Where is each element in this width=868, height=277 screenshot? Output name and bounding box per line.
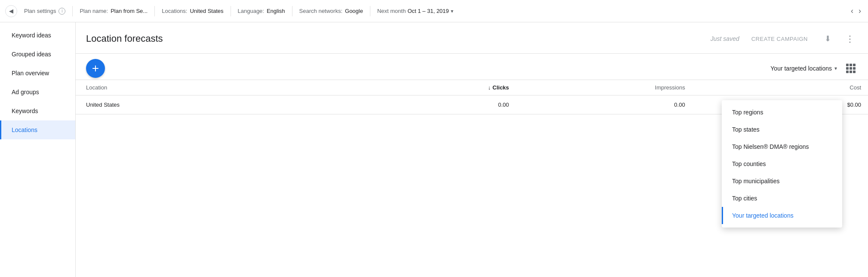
search-networks-value: Google — [345, 8, 363, 14]
sidebar-item-keywords[interactable]: Keywords — [0, 102, 75, 120]
sidebar: Keyword ideas Grouped ideas Plan overvie… — [0, 22, 76, 277]
divider-1 — [72, 6, 73, 16]
content-area: Location forecasts Just saved CREATE CAM… — [76, 22, 868, 277]
sidebar-item-keyword-ideas[interactable]: Keyword ideas — [0, 26, 75, 45]
cell-clicks: 0.00 — [340, 95, 516, 114]
back-button[interactable]: ◀ — [5, 5, 17, 17]
date-section: Next month Oct 1 – 31, 2019 ▾ — [377, 8, 453, 14]
dropdown-chevron-icon: ▾ — [834, 65, 837, 71]
columns-button[interactable] — [844, 62, 858, 75]
sidebar-item-ad-groups[interactable]: Ad groups — [0, 83, 75, 102]
prev-date-button[interactable]: ‹ — [849, 5, 855, 17]
divider-4 — [292, 6, 292, 16]
main-layout: Keyword ideas Grouped ideas Plan overvie… — [0, 22, 868, 277]
add-location-button[interactable]: + — [86, 59, 105, 78]
page-title: Location forecasts — [86, 33, 163, 44]
plan-settings-label: Plan settings — [24, 8, 56, 14]
locations-value: United States — [190, 8, 223, 14]
sidebar-item-locations[interactable]: Locations — [0, 120, 75, 139]
location-dropdown-label: Your targeted locations — [770, 65, 832, 72]
table-area: + Your targeted locations ▾ — [76, 54, 868, 277]
column-header-impressions[interactable]: Impressions — [516, 80, 692, 95]
dropdown-item-top-regions[interactable]: Top regions — [722, 104, 842, 121]
dropdown-item-top-nielsen[interactable]: Top Nielsen® DMA® regions — [722, 138, 842, 155]
back-icon: ◀ — [9, 8, 13, 14]
table-header: Location ↓Clicks Impressions Cost — [76, 80, 868, 95]
cell-impressions: 0.00 — [516, 95, 692, 114]
sidebar-item-grouped-ideas[interactable]: Grouped ideas — [0, 45, 75, 64]
header-actions: Just saved CREATE CAMPAIGN ⬇ ⋮ — [711, 31, 858, 46]
divider-5 — [370, 6, 370, 16]
dropdown-item-top-municipalities[interactable]: Top municipalities — [722, 172, 842, 190]
saved-status: Just saved — [711, 35, 739, 42]
more-options-button[interactable]: ⋮ — [842, 31, 858, 46]
page-header: Location forecasts Just saved CREATE CAM… — [76, 22, 868, 54]
date-navigation: ‹ › — [849, 5, 863, 17]
locations-section: Locations: United States — [162, 8, 223, 14]
dropdown-item-top-cities[interactable]: Top cities — [722, 190, 842, 207]
column-header-clicks[interactable]: ↓Clicks — [340, 80, 516, 95]
next-date-button[interactable]: › — [857, 5, 863, 17]
divider-3 — [231, 6, 231, 16]
add-icon: + — [92, 62, 99, 74]
search-networks-section: Search networks: Google — [299, 8, 363, 14]
column-header-location[interactable]: Location — [76, 80, 340, 95]
table-toolbar: + — [86, 59, 105, 78]
language-section: Language: English — [238, 8, 285, 14]
dropdown-item-top-counties[interactable]: Top counties — [722, 155, 842, 172]
column-header-cost[interactable]: Cost — [692, 80, 868, 95]
divider-2 — [154, 6, 155, 16]
info-icon[interactable]: i — [58, 8, 65, 15]
location-dropdown-menu: Top regions Top states Top Nielsen® DMA®… — [722, 100, 842, 228]
sort-arrow-icon: ↓ — [488, 84, 491, 91]
dropdown-item-your-targeted-locations[interactable]: Your targeted locations — [722, 207, 842, 224]
create-campaign-button[interactable]: CREATE CAMPAIGN — [746, 32, 813, 46]
plan-name-section: Plan name: Plan from Se... — [80, 8, 148, 14]
download-button[interactable]: ⬇ — [820, 31, 835, 46]
dropdown-item-top-states[interactable]: Top states — [722, 121, 842, 138]
top-bar: ◀ Plan settings i Plan name: Plan from S… — [0, 0, 868, 22]
plan-settings-section: Plan settings i — [24, 8, 65, 15]
date-range-value: Oct 1 – 31, 2019 — [407, 8, 449, 14]
cell-location: United States — [76, 95, 340, 114]
columns-icon — [846, 64, 856, 73]
location-filter-dropdown[interactable]: Your targeted locations ▾ — [767, 62, 840, 74]
download-icon: ⬇ — [825, 34, 831, 43]
language-value: English — [267, 8, 285, 14]
plan-name-value: Plan from Se... — [111, 8, 148, 14]
date-dropdown-chevron[interactable]: ▾ — [451, 8, 453, 14]
sidebar-item-plan-overview[interactable]: Plan overview — [0, 64, 75, 83]
